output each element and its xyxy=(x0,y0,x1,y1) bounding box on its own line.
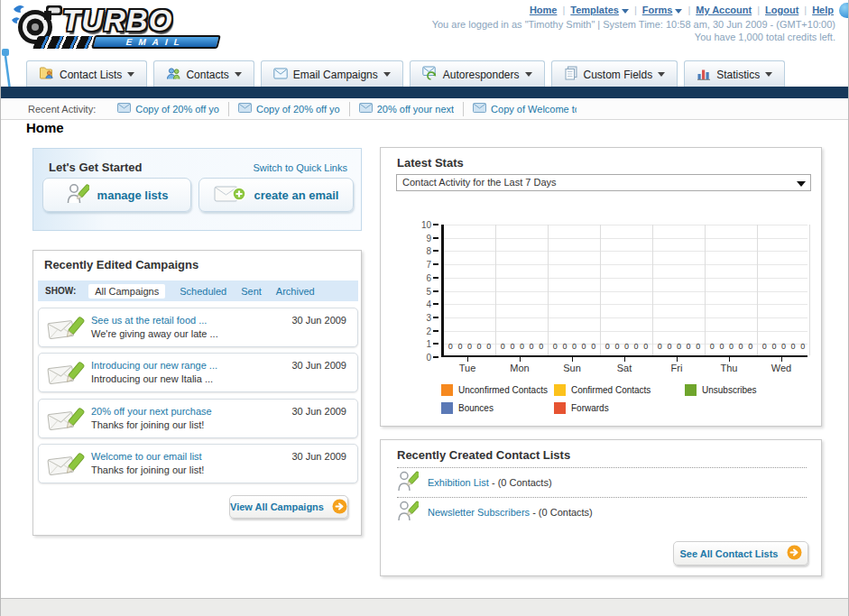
data-value-labels: 00000 xyxy=(446,342,494,351)
chart-day-column-fri: 00000 xyxy=(653,225,706,355)
nav-link-forms[interactable]: Forms xyxy=(642,5,683,15)
x-tick-label: Thu xyxy=(703,359,755,375)
nav-separator: | xyxy=(634,5,637,15)
campaign-title-link[interactable]: See us at the retail food ... xyxy=(91,314,218,327)
recent-activity-link[interactable]: Copy of 20% off yo xyxy=(135,104,219,115)
campaign-subtitle: Thanks for joining our list! xyxy=(91,464,204,477)
recent-activity-link[interactable]: Copy of Welcome to xyxy=(491,104,577,115)
nav-separator: | xyxy=(804,5,807,15)
contact-list-item[interactable]: Newsletter Subscribers - (0 Contacts) xyxy=(397,497,807,527)
legend-label: Bounces xyxy=(458,403,494,413)
x-tick-label: Sat xyxy=(598,359,651,375)
contact-list-name-link[interactable]: Exhibition List xyxy=(428,477,489,488)
tab-statistics[interactable]: Statistics xyxy=(684,60,785,87)
filter-scheduled[interactable]: Scheduled xyxy=(180,286,226,297)
y-tick-label: 1 xyxy=(426,339,431,349)
turbo-email-logo[interactable]: TURBO EMAIL xyxy=(10,2,235,56)
nav-link-logout[interactable]: Logout xyxy=(765,5,798,15)
filter-sent[interactable]: Sent xyxy=(241,286,262,297)
x-tick-label: Tue xyxy=(441,359,494,375)
create-an-email-button[interactable]: create an email xyxy=(198,178,354,212)
tab-custom-fields[interactable]: Custom Fields xyxy=(551,60,678,87)
campaign-date: 30 Jun 2009 xyxy=(291,406,346,417)
value-label: 0 xyxy=(467,342,472,351)
stats-period-select[interactable]: Contact Activity for the Last 7 Days xyxy=(396,174,811,191)
decorative-blue-dot xyxy=(839,3,849,18)
chart-day-column-tue: 00000 xyxy=(444,225,496,355)
switch-to-quick-links-link[interactable]: Switch to Quick Links xyxy=(253,162,347,173)
value-label: 0 xyxy=(687,342,691,351)
campaign-title-link[interactable]: 20% off your next purchase xyxy=(91,405,212,418)
y-tick-mark xyxy=(433,263,438,265)
y-tick-label: 10 xyxy=(421,220,431,230)
nav-link-help[interactable]: Help xyxy=(812,5,834,15)
tab-label: Contact Lists xyxy=(60,69,122,81)
navy-divider-bar xyxy=(1,87,848,98)
campaign-title-link[interactable]: Introducing our new range ... xyxy=(91,359,217,372)
filter-all-campaigns[interactable]: All Campaigns xyxy=(88,284,165,299)
x-tick-mark xyxy=(572,357,573,362)
value-label: 0 xyxy=(553,342,558,351)
envelope-icon xyxy=(359,103,373,115)
legend-label: Confirmed Contacts xyxy=(571,385,651,395)
nav-link-my-account[interactable]: My Account xyxy=(696,5,752,15)
campaign-date: 30 Jun 2009 xyxy=(291,451,346,462)
y-tick-mark xyxy=(433,303,438,305)
x-tick-mark xyxy=(520,357,521,362)
contact-list-name-link[interactable]: Newsletter Subscribers xyxy=(428,507,530,518)
autoresponders-icon xyxy=(422,66,438,83)
campaign-row[interactable]: See us at the retail food ...We're givin… xyxy=(38,308,358,347)
manage-lists-label: manage lists xyxy=(97,188,169,202)
get-started-title: Let's Get Started xyxy=(49,161,143,174)
person-pencil-icon xyxy=(66,182,89,208)
recent-activity-link[interactable]: Copy of 20% off yo xyxy=(256,104,340,115)
filter-archived[interactable]: Archived xyxy=(276,286,315,297)
legend-item-unsubscribes: Unsubscribes xyxy=(685,384,757,396)
chart-legend: Unconfirmed ContactsConfirmed ContactsUn… xyxy=(441,384,757,414)
tab-email-campaigns[interactable]: Email Campaigns xyxy=(261,60,403,87)
campaign-row[interactable]: 20% off your next purchaseThanks for joi… xyxy=(38,399,358,438)
contact-lists-icon xyxy=(39,66,54,83)
see-all-contact-lists-button[interactable]: See All Contact Lists xyxy=(673,541,808,565)
tab-label: Email Campaigns xyxy=(293,69,378,81)
nav-separator: | xyxy=(757,5,760,15)
recent-activity-item: Copy of 20% off yo xyxy=(228,102,349,116)
campaign-row[interactable]: Introducing our new range ...Introducing… xyxy=(38,353,358,392)
recent-activity-item: Copy of Welcome to xyxy=(463,102,586,116)
tab-label: Contacts xyxy=(186,69,228,81)
nav-link-templates[interactable]: Templates xyxy=(570,5,629,15)
legend-swatch-icon xyxy=(441,384,453,396)
envelope-icon xyxy=(238,103,252,115)
recent-activity-link[interactable]: 20% off your next xyxy=(377,104,454,115)
y-tick-mark xyxy=(433,290,438,292)
campaign-subtitle: We're giving away our late ... xyxy=(91,327,218,341)
chevron-down-icon xyxy=(127,72,134,77)
nav-link-home[interactable]: Home xyxy=(530,5,558,15)
login-info: You are logged in as "Timothy Smith" | S… xyxy=(432,19,835,30)
envelope-icon xyxy=(117,103,131,115)
value-label: 0 xyxy=(791,342,796,351)
data-value-labels: 00000 xyxy=(760,342,807,351)
envelope-pencil-icon xyxy=(47,452,85,483)
campaign-row[interactable]: Welcome to our email listThanks for join… xyxy=(38,444,358,483)
tab-autoresponders[interactable]: Autoresponders xyxy=(410,60,545,87)
tab-contact-lists[interactable]: Contact Lists xyxy=(26,60,147,87)
value-label: 0 xyxy=(739,342,743,351)
recent-activity-item: 20% off your next xyxy=(349,102,463,116)
value-label: 0 xyxy=(501,342,505,351)
footer-strip xyxy=(1,598,848,616)
manage-lists-button[interactable]: manage lists xyxy=(42,178,191,212)
contact-list-item[interactable]: Exhibition List - (0 Contacts) xyxy=(397,467,807,497)
contact-lists-panel-title: Recently Created Contact Lists xyxy=(397,448,570,462)
x-tick-label: Wed xyxy=(755,359,807,375)
x-tick-mark xyxy=(624,357,625,362)
campaign-title-link[interactable]: Welcome to our email list xyxy=(91,450,204,464)
chevron-down-icon xyxy=(765,72,772,77)
turbo-email-dashboard: TURBO EMAIL Home|Templates|Forms|My Acco… xyxy=(0,0,849,616)
y-tick-mark xyxy=(433,330,438,332)
y-tick-label: 5 xyxy=(426,286,431,296)
get-started-panel: Let's Get Started Switch to Quick Links … xyxy=(32,148,362,231)
view-all-campaigns-label: View All Campaigns xyxy=(230,501,324,512)
view-all-campaigns-button[interactable]: View All Campaigns xyxy=(229,495,348,519)
tab-contacts[interactable]: Contacts xyxy=(153,60,254,87)
